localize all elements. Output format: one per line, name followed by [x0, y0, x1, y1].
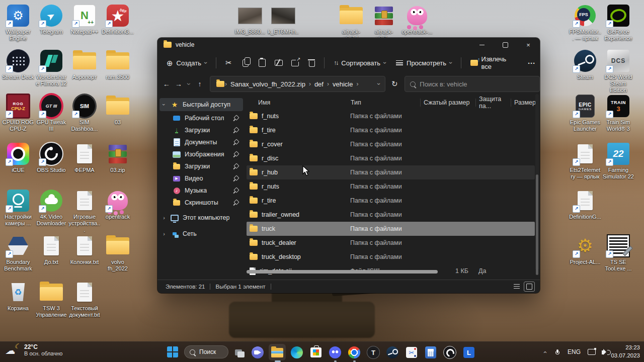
desktop-icon-epic[interactable]: EPICGAMES↗ Epic Games Launcher [569, 95, 601, 132]
nav-videos[interactable]: ▶ Видео [159, 172, 243, 185]
desktop-icon-camera-settings[interactable]: ↗ Настройки камеры ... [2, 189, 34, 227]
desktop-icon-tsw3-folder[interactable]: TSW 3 Управление [35, 281, 67, 318]
desktop-icon-text-doc[interactable]: Текстовый документ.txt [68, 281, 101, 318]
refresh-button[interactable]: ↻ [388, 79, 400, 88]
close-button[interactable]: × [517, 38, 540, 52]
file-row-r_nuts[interactable]: r_nuts Папка с файлами [247, 179, 535, 194]
recent-locations-button[interactable]: › [185, 79, 193, 88]
chevron-collapsed-icon[interactable]: › [162, 231, 167, 237]
vertical-scrollbar[interactable] [535, 94, 539, 270]
desktop-icon-project[interactable]: ⚙↗ Project-AL... [569, 234, 601, 265]
nav-screenshots[interactable]: Скриншоты [159, 196, 243, 209]
desktop-icon-notepadpp[interactable]: N↗ Notepad++ [68, 4, 101, 35]
desktop-icon-fpsmonitor[interactable]: ↗ FPSMonitor... — ярлык [569, 4, 601, 42]
file-row-f_tire[interactable]: f_tire Папка с файлами [247, 123, 535, 137]
cut-button[interactable]: ✂ [220, 55, 237, 71]
file-row-r_cover[interactable]: r_cover Папка с файлами [247, 137, 535, 151]
new-button[interactable]: ⊕ Создать › [162, 56, 212, 70]
discord-button[interactable] [329, 346, 342, 359]
edge-button[interactable] [290, 346, 303, 359]
up-button[interactable]: ↑ [194, 80, 206, 88]
sort-button[interactable]: ↑↓ Сортировать › [329, 56, 391, 70]
desktop-icon-obs[interactable]: ↗ OBS Studio [35, 142, 67, 173]
address-bar[interactable]: › Sanax_volvo_fh_2022.zip › def › vehicl… [210, 76, 385, 92]
file-row-trailer_owned[interactable]: trailer_owned Папка с файлами [247, 208, 535, 222]
snipping-tool-button[interactable]: ✂ [405, 346, 418, 359]
desktop-icon-boundary[interactable]: ↗ Boundary Benchmark [2, 234, 34, 272]
more-options-button[interactable]: ··· [523, 55, 540, 71]
desktop-icon-ferma-doc[interactable]: ФЕРМА [68, 142, 101, 173]
desktop-icon-recycle-bin[interactable]: ♻ Корзина [2, 281, 34, 312]
steam-button[interactable] [386, 346, 399, 359]
l-app-button[interactable]: L [462, 346, 475, 359]
breadcrumb-vehicle[interactable]: vehicle [330, 80, 356, 88]
desktop-icon-stream-deck[interactable]: ↗ Stream Deck [2, 49, 34, 80]
address-dropdown-icon[interactable]: › [375, 83, 382, 85]
file-row-r_tire[interactable]: r_tire Папка с файлами [247, 194, 535, 208]
desktop-icon-opentrack[interactable]: ↗ opentrack [102, 189, 134, 220]
file-row-truck-selected[interactable]: truck Папка с файлами [247, 222, 535, 236]
obs-button[interactable] [443, 346, 456, 359]
desktop-icon-filmora[interactable]: ↗ Wondershare Filmora 12 [35, 49, 67, 87]
desktop-icon-dcs[interactable]: DCS↗ DCS World Steam Edition [602, 49, 634, 94]
language-indicator[interactable]: ENG [568, 342, 581, 362]
nav-this-pc[interactable]: › Этот компьютер [159, 211, 243, 224]
nav-downloads[interactable]: ↓ Загрузки [159, 124, 243, 137]
horizontal-scrollbar[interactable] [247, 269, 533, 274]
desktop-icon-img-photo[interactable]: IMG_5860... [234, 4, 266, 35]
desktop-icon-game-devices-doc[interactable]: Игровые устройства... [68, 189, 101, 233]
tray-chevron-button[interactable]: › [543, 342, 545, 362]
desktop-icon-k-photo[interactable]: k_ET6MHh... [267, 4, 299, 42]
back-button[interactable]: ← [160, 80, 173, 88]
desktop-icon-ets2telemetry[interactable]: ↗ Ets2Telemetry — ярлык [569, 142, 601, 180]
microphone-tray-button[interactable] [555, 342, 559, 362]
horizontal-scrollbar-thumb[interactable] [247, 270, 438, 274]
file-row-f_nuts[interactable]: f_nuts Папка с файлами [247, 109, 535, 123]
forward-button[interactable]: → [173, 80, 185, 88]
tracker-app-button[interactable]: T [367, 346, 380, 359]
desktop-icon-opentrack-installer[interactable]: opentrack-... [401, 4, 433, 35]
chat-button[interactable] [251, 346, 264, 359]
desktop-icon-do-txt[interactable]: До.txt [35, 234, 67, 265]
view-button[interactable]: Просмотреть › [391, 56, 457, 70]
desktop-icon-aitrack-archive[interactable]: aitrack-v0.7... [368, 4, 400, 42]
desktop-icon-sim-dashboard[interactable]: SIM↗ SIM Dashboa... [68, 95, 101, 132]
share-button[interactable] [287, 55, 303, 71]
vertical-scrollbar-thumb[interactable] [536, 174, 538, 275]
chevron-expanded-icon[interactable]: › [161, 102, 167, 107]
file-row-truck_dealer[interactable]: truck_dealer Папка с файлами [247, 236, 535, 250]
desktop-icon-definition[interactable]: ★↗ DefinitionG... [102, 4, 134, 35]
file-row-r_disc[interactable]: r_disc Папка с файлами [247, 151, 535, 165]
network-tray-button[interactable] [588, 342, 596, 362]
column-name[interactable]: Имя [247, 99, 347, 107]
breadcrumb-zip[interactable]: Sanax_volvo_fh_2022.zip [227, 80, 308, 88]
desktop-icon-airport-folder[interactable]: Аэропорт [68, 49, 101, 80]
taskbar-search[interactable]: Поиск [184, 345, 228, 358]
desktop-icon-gpu-tweak[interactable]: GT III↗ GPU Tweak III [35, 95, 67, 132]
desktop-icon-telegram[interactable]: ➤↗ Telegram [35, 4, 67, 35]
title-bar[interactable]: vehicle × [157, 38, 540, 52]
desktop-icon-tsse-tool[interactable]: ↗ TS SE Tool.exe ... [602, 234, 634, 272]
desktop-icon-volvo-folder[interactable]: volvo fh_2022 [102, 234, 134, 272]
nav-documents[interactable]: Документы [159, 136, 243, 149]
delete-button[interactable] [303, 55, 320, 71]
column-password[interactable]: Защита па... [475, 99, 511, 107]
column-type[interactable]: Тип [347, 99, 420, 107]
rename-button[interactable] [270, 55, 287, 71]
nav-network[interactable]: › Сеть [159, 227, 243, 240]
nav-downloads-folder[interactable]: Загрузки [159, 160, 243, 173]
file-row-truck_desktop[interactable]: truck_desktop Папка с файлами [247, 250, 535, 264]
nav-music[interactable]: ♪ Музыка [159, 184, 243, 197]
volume-tray-button[interactable] [602, 342, 609, 362]
minimize-button[interactable] [470, 38, 494, 52]
start-button[interactable] [167, 346, 178, 357]
weather-widget[interactable]: ☾☁ 22°C В осн. облачно [5, 343, 62, 356]
clock[interactable]: 23:23 03.07.2023 [611, 344, 640, 359]
desktop-icon-aitrack-folder[interactable]: aitrack-v0.7.1 [335, 4, 367, 42]
desktop-icon-definition-doc[interactable]: ↗ DefinitionG... [569, 189, 601, 220]
desktop-icon-03-folder[interactable]: 03 [102, 95, 134, 126]
task-view-button[interactable] [232, 346, 245, 359]
column-size[interactable]: Размер [511, 99, 535, 107]
large-icons-view-button[interactable] [524, 282, 535, 292]
nav-quick-access[interactable]: › ★ Быстрый доступ [159, 98, 243, 111]
